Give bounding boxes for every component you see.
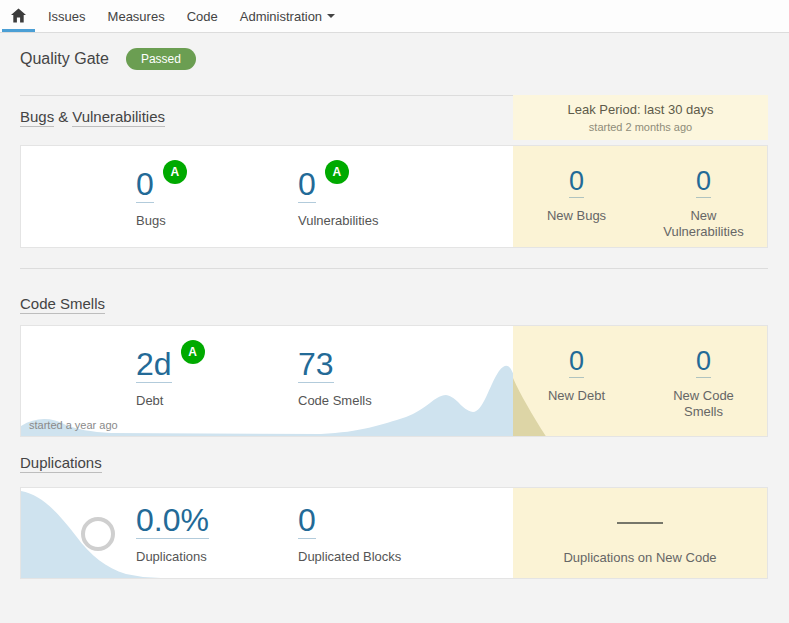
chevron-down-icon — [327, 14, 335, 18]
measure-debt: 2dA Debt — [136, 346, 205, 408]
quality-gate-status-badge: Passed — [126, 48, 196, 70]
new-vulnerabilities-value[interactable]: 0 — [696, 166, 711, 198]
leak-measure-duplications-new-code: Duplications on New Code — [513, 488, 767, 578]
code-smells-label: Code Smells — [298, 393, 372, 408]
section-title-bugs-vulnerabilities: Bugs&Vulnerabilities — [20, 108, 165, 125]
nav-item-issues[interactable]: Issues — [37, 0, 97, 32]
bugs-card-main: 0A Bugs 0A Vulnerabilities — [20, 145, 513, 248]
leak-measure-new-vulnerabilities: 0 New Vulnerabilities — [640, 146, 767, 247]
debt-value[interactable]: 2d — [136, 346, 172, 383]
leak-period-title: Leak Period: last 30 days — [513, 102, 768, 117]
timeline-note: started a year ago — [29, 419, 118, 431]
nav-item-administration-label: Administration — [240, 9, 322, 24]
measure-duplications: 0.0% Duplications — [136, 502, 209, 564]
measure-vulnerabilities: 0A Vulnerabilities — [298, 166, 378, 228]
bugs-value[interactable]: 0 — [136, 166, 154, 203]
vulnerabilities-label: Vulnerabilities — [298, 213, 378, 228]
section-title-code-smells: Code Smells — [20, 295, 105, 312]
new-debt-value[interactable]: 0 — [569, 346, 584, 378]
measure-duplicated-blocks: 0 Duplicated Blocks — [298, 502, 401, 564]
code-smells-card-leak: 0 New Debt 0 New Code Smells — [513, 325, 768, 437]
section-divider — [20, 268, 768, 269]
top-navbar: Issues Measures Code Administration — [0, 0, 789, 33]
code-smells-card: 2dA Debt 73 Code Smells started a year a… — [20, 325, 768, 437]
nav-item-code[interactable]: Code — [176, 0, 229, 32]
new-code-smells-label: New Code Smells — [664, 388, 744, 421]
new-code-smells-value[interactable]: 0 — [696, 346, 711, 378]
new-vulnerabilities-label: New Vulnerabilities — [656, 208, 751, 241]
nav-home[interactable] — [0, 0, 37, 32]
nav-item-administration[interactable]: Administration — [229, 0, 346, 32]
nav-item-measures[interactable]: Measures — [97, 0, 176, 32]
ampersand: & — [58, 108, 68, 125]
section-title-duplications: Duplications — [20, 454, 102, 471]
leak-period-subtitle: started 2 months ago — [513, 121, 768, 133]
home-icon — [10, 8, 27, 24]
duplications-card-leak: Duplications on New Code — [513, 487, 768, 579]
leak-measure-new-code-smells: 0 New Code Smells — [640, 326, 767, 436]
new-bugs-label: New Bugs — [521, 208, 633, 224]
vulnerabilities-value[interactable]: 0 — [298, 166, 316, 203]
debt-label: Debt — [136, 393, 205, 408]
duplications-card: 0.0% Duplications 0 Duplicated Blocks Du… — [20, 487, 768, 579]
duplicated-blocks-value[interactable]: 0 — [298, 502, 316, 539]
bugs-card-leak: 0 New Bugs 0 New Vulnerabilities — [513, 145, 768, 248]
quality-gate-header: Quality Gate Passed — [20, 48, 196, 70]
leak-period-box: Leak Period: last 30 days started 2 mont… — [513, 95, 768, 140]
measure-bugs: 0A Bugs — [136, 166, 187, 228]
quality-gate-title: Quality Gate — [20, 50, 109, 68]
code-smells-value[interactable]: 73 — [298, 346, 334, 383]
duplications-link[interactable]: Duplications — [20, 454, 102, 473]
duplications-label: Duplications — [136, 549, 209, 564]
duplications-new-code-label: Duplications on New Code — [513, 550, 767, 565]
duplications-value[interactable]: 0.0% — [136, 502, 209, 539]
leak-measure-new-debt: 0 New Debt — [513, 326, 640, 436]
vulnerabilities-link[interactable]: Vulnerabilities — [72, 108, 165, 127]
new-bugs-value[interactable]: 0 — [569, 166, 584, 198]
duplications-card-main: 0.0% Duplications 0 Duplicated Blocks — [20, 487, 513, 579]
leak-measure-new-bugs: 0 New Bugs — [513, 146, 640, 247]
duplications-ring-icon — [81, 517, 115, 551]
duplicated-blocks-label: Duplicated Blocks — [298, 549, 401, 564]
new-debt-label: New Debt — [521, 388, 633, 404]
no-data-dash — [617, 522, 663, 524]
measure-code-smells: 73 Code Smells — [298, 346, 372, 408]
code-smells-link[interactable]: Code Smells — [20, 295, 105, 314]
code-smells-card-main: 2dA Debt 73 Code Smells started a year a… — [20, 325, 513, 437]
bugs-vulnerabilities-card: 0A Bugs 0A Vulnerabilities 0 New Bugs 0 … — [20, 145, 768, 248]
sonarqube-overview-page: Issues Measures Code Administration Qual… — [0, 0, 789, 623]
debt-rating-badge[interactable]: A — [181, 340, 205, 364]
vulnerabilities-rating-badge[interactable]: A — [325, 160, 349, 184]
bugs-label: Bugs — [136, 213, 187, 228]
bugs-link[interactable]: Bugs — [20, 108, 54, 127]
bugs-rating-badge[interactable]: A — [163, 160, 187, 184]
active-tab-indicator — [2, 29, 35, 32]
